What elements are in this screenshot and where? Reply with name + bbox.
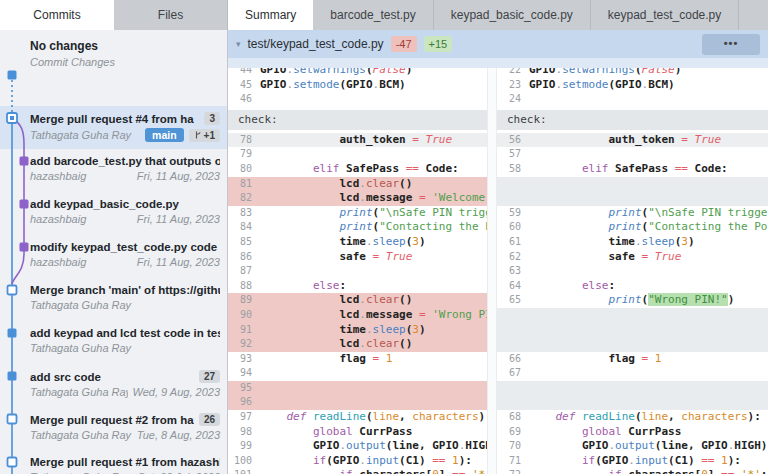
- code-text: elif SafePass == Code:: [529, 162, 768, 177]
- code-text: elif SafePass == Code:: [260, 162, 487, 177]
- working-copy-row[interactable]: No changes Commit Changes: [0, 33, 228, 76]
- line-number: 64: [497, 279, 529, 294]
- diff-line: 62 safe = True: [497, 250, 768, 265]
- tab-keypad-test-code-py[interactable]: keypad_test_code.py: [591, 0, 739, 30]
- code-text: time.sleep(3): [260, 235, 487, 250]
- code-text: else:: [529, 279, 768, 294]
- commit-title: Merge pull request #2 from hazash: [30, 414, 194, 426]
- diff-line: 57: [497, 147, 768, 162]
- commit-date: Fri, 11 Aug, 2023: [137, 170, 220, 182]
- line-number: 79: [228, 147, 260, 162]
- code-text: else:: [260, 279, 487, 294]
- commit-row[interactable]: modify keypad_test_code.py codehazashbai…: [0, 235, 228, 278]
- commit-title: add keypad_basic_code.py: [30, 198, 220, 210]
- alignment-spacer: [497, 308, 768, 352]
- commit-count-badge: 27: [199, 370, 220, 383]
- commit-row[interactable]: add barcode_test.py that outputs onehaza…: [0, 149, 228, 192]
- code-text: safe = True: [260, 250, 487, 265]
- commit-title-row: Merge branch 'main' of https://github.: [30, 284, 220, 296]
- line-number: 59: [497, 206, 529, 221]
- commit-title-row: add src code27: [30, 370, 220, 383]
- diff-line: 23GPIO.setmode(GPIO.BCM): [497, 78, 768, 93]
- line-number: 96: [228, 395, 260, 410]
- line-number: 86: [228, 250, 260, 265]
- commit-row[interactable]: Merge pull request #2 from hazash26Tatha…: [0, 407, 228, 450]
- commit-row[interactable]: add keypad_basic_code.pyhazashbaigFri, 1…: [0, 192, 228, 235]
- pane-divider[interactable]: [487, 68, 497, 474]
- code-text: lcd.message = 'Welcome !!: [260, 191, 487, 206]
- diff-line: 87: [228, 264, 487, 279]
- tab-files[interactable]: Files: [114, 0, 228, 30]
- commit-row[interactable]: Merge branch 'main' of https://github.Ta…: [0, 278, 228, 321]
- collapse-caret-icon[interactable]: ▾: [236, 39, 241, 49]
- code-text: [260, 381, 487, 396]
- diff-line: 65 print("Wrong PIN!"): [497, 293, 768, 308]
- commit-row[interactable]: add src code27Tathagata Guha RayWed, 9 A…: [0, 364, 228, 407]
- diff-line: 98 global CurrPass: [228, 425, 487, 440]
- code-text: GPIO.output(line, GPIO.HIGH): [260, 439, 487, 454]
- tab-keypad-basic-code-py[interactable]: keypad_basic_code.py: [434, 0, 591, 30]
- line-number: 70: [497, 439, 529, 454]
- commit-title: add barcode_test.py that outputs one: [30, 155, 220, 167]
- diff-line: 71 if(GPIO.input(C1) == 1):: [497, 454, 768, 469]
- commit-title: add keypad and lcd test code in test fol: [30, 327, 220, 339]
- ahead-count-badge: +1: [189, 129, 220, 142]
- diff-line: 79: [228, 147, 487, 162]
- code-text: if(GPIO.input(C1) == 1):: [260, 454, 487, 469]
- diff-area: ▾ test/keypad_test_code.py -47 +15 ••• 4…: [228, 30, 768, 474]
- working-copy-title: No changes: [30, 39, 220, 53]
- deletions-badge: -47: [391, 36, 417, 52]
- commit-meta-row: hazashbaigFri, 11 Aug, 2023: [30, 256, 220, 268]
- file-menu-button[interactable]: •••: [702, 34, 760, 55]
- tab-commits[interactable]: Commits: [0, 0, 114, 30]
- line-number: 45: [228, 78, 260, 93]
- line-number: 61: [497, 235, 529, 250]
- code-text: lcd.clear(): [260, 177, 487, 192]
- code-text: auth_token = True: [529, 133, 768, 148]
- code-text: GPIO.setwarnings(False): [260, 68, 487, 78]
- line-number: 97: [228, 410, 260, 425]
- branch-badge-main[interactable]: main: [145, 128, 184, 142]
- line-number: 69: [497, 425, 529, 440]
- code-text: lcd.clear(): [260, 293, 487, 308]
- file-path: test/keypad_test_code.py: [248, 37, 384, 51]
- tab-barcode-test-py[interactable]: barcode_test.py: [313, 0, 433, 30]
- diff-pane-old: 44GPIO.setwarnings(False)45GPIO.setmode(…: [228, 68, 487, 474]
- additions-badge: +15: [424, 36, 453, 52]
- code-text: [529, 147, 768, 162]
- commit-title-row: add keypad and lcd test code in test fol: [30, 327, 220, 339]
- commit-row[interactable]: Merge pull request #4 from ha3Tathagata …: [0, 106, 228, 149]
- diff-panes: 44GPIO.setwarnings(False)45GPIO.setmode(…: [228, 68, 768, 474]
- line-number: 46: [228, 92, 260, 107]
- commit-title-row: Merge pull request #4 from ha3: [30, 112, 220, 125]
- commit-meta-row: Tathagata Guha Ray: [30, 342, 220, 354]
- commit-author: hazashbaig: [30, 213, 132, 225]
- code-text: if characters[0] == '*':: [260, 468, 487, 474]
- code-text: GPIO.setwarnings(False): [529, 68, 768, 78]
- commit-title: Merge pull request #4 from ha: [30, 113, 199, 125]
- line-number: 93: [228, 352, 260, 367]
- line-number: 66: [497, 352, 529, 367]
- code-text: if characters[0] == '*':: [529, 468, 768, 474]
- line-number: 23: [497, 78, 529, 93]
- diff-line: 63: [497, 264, 768, 279]
- commit-row[interactable]: add keypad and lcd test code in test fol…: [0, 321, 228, 364]
- line-number: 91: [228, 323, 260, 338]
- diff-line: 100 if(GPIO.input(C1) == 1):: [228, 454, 487, 469]
- commit-date: Tue, 8 Aug, 2023: [137, 429, 220, 441]
- diff-line: 78 auth_token = True: [228, 133, 487, 148]
- diff-line: 81 lcd.clear(): [228, 177, 487, 192]
- diff-line: 64 else:: [497, 279, 768, 294]
- line-number: 90: [228, 308, 260, 323]
- code-text: print("Contacting the Pol: [260, 220, 487, 235]
- line-number: 60: [497, 220, 529, 235]
- diff-line: 22GPIO.setwarnings(False): [497, 68, 768, 78]
- diff-line: 85 time.sleep(3): [228, 235, 487, 250]
- tab-summary[interactable]: Summary: [228, 0, 313, 30]
- branch-icon: [194, 130, 202, 140]
- commit-author: Tathagata Guha Ray: [30, 129, 140, 141]
- line-number: 87: [228, 264, 260, 279]
- code-text: if(GPIO.input(C1) == 1):: [529, 454, 768, 469]
- commit-row[interactable]: Merge pull request #1 from hazashbaigTat…: [0, 450, 228, 474]
- file-diff-header[interactable]: ▾ test/keypad_test_code.py -47 +15 •••: [228, 30, 768, 58]
